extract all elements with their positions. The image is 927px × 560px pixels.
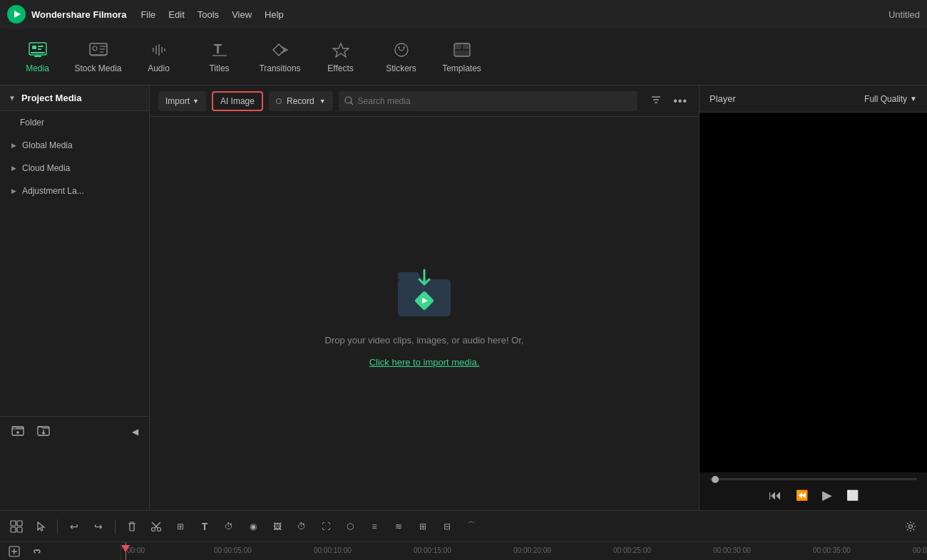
- import-to-folder-button[interactable]: [34, 422, 53, 440]
- sidebar-item-global-media[interactable]: ▶ Global Media: [0, 134, 149, 157]
- svg-rect-5: [38, 48, 41, 50]
- timeline-select-button[interactable]: [30, 516, 51, 537]
- timeline-undo-button[interactable]: ↩: [63, 516, 85, 537]
- timeline-cut-button[interactable]: [145, 516, 167, 537]
- scrubber-bar[interactable]: [710, 478, 917, 480]
- sidebar-item-adjustment-layer[interactable]: ▶ Adjustment La...: [0, 180, 149, 202]
- timeline-delete-button[interactable]: [121, 516, 143, 537]
- timeline-split-button[interactable]: ⊟: [436, 516, 458, 537]
- sidebar-item-cloud-media[interactable]: ▶ Cloud Media: [0, 157, 149, 180]
- import-button[interactable]: Import ▼: [158, 91, 206, 111]
- svg-rect-17: [454, 43, 461, 49]
- record-button[interactable]: Record ▼: [269, 91, 333, 111]
- toolbar-effects[interactable]: Effects: [310, 31, 371, 83]
- timeline-timer-button[interactable]: ⏱: [291, 516, 312, 537]
- menu-view[interactable]: View: [232, 9, 252, 20]
- timeline-position-button[interactable]: ⊞: [412, 516, 434, 537]
- stock-media-icon: [88, 40, 108, 60]
- player-panel: Player Full Quality ▼ ⏮ ⏪ ▶ ⬜: [699, 85, 927, 510]
- toolbar-transitions[interactable]: Transitions: [250, 31, 310, 83]
- svg-point-15: [403, 46, 404, 48]
- drop-zone: Drop your video clips, images, or audio …: [150, 117, 699, 510]
- import-folder-illustration: [392, 259, 456, 323]
- player-scrubber[interactable]: [700, 472, 927, 483]
- timeline-mask-button[interactable]: ⬡: [339, 516, 361, 537]
- add-folder-button[interactable]: [9, 422, 27, 440]
- filter-button[interactable]: [647, 93, 665, 109]
- svg-point-9: [93, 46, 97, 51]
- arrow-icon: ▶: [11, 187, 16, 195]
- play-button[interactable]: ▶: [822, 487, 832, 503]
- player-header: Player Full Quality ▼: [700, 85, 927, 113]
- main-layout: ▼ Project Media Folder ▶ Global Media ▶ …: [0, 85, 927, 510]
- quality-dropdown-arrow: ▼: [910, 95, 917, 103]
- scrubber-thumb: [712, 476, 719, 483]
- link-tracks-button[interactable]: [29, 544, 46, 560]
- step-back-button[interactable]: ⏮: [769, 488, 782, 503]
- window-title: Untitled: [888, 9, 920, 20]
- toolbar-media[interactable]: Media: [7, 31, 68, 83]
- arrow-icon: ▶: [11, 142, 16, 149]
- timeline: ↩ ↪ ⊞ T ⏱ ◉ 🖼 ⏱ ⛶ ⬡ ≡ ≋ ⊞ ⊟ ⌒: [0, 510, 927, 560]
- toolbar-audio[interactable]: Audio: [128, 31, 189, 83]
- svg-marker-12: [333, 43, 349, 57]
- audio-icon: [149, 40, 169, 60]
- timeline-expand-button[interactable]: ⛶: [315, 516, 337, 537]
- svg-point-36: [152, 527, 155, 531]
- timeline-keyframe-button[interactable]: ⏱: [218, 516, 240, 537]
- timeline-redo-button[interactable]: ↪: [88, 516, 109, 537]
- stickers-icon: [391, 40, 411, 60]
- toolbar-stickers[interactable]: Stickers: [371, 31, 431, 83]
- player-quality-selector[interactable]: Full Quality ▼: [864, 94, 917, 104]
- timeline-ruler-left: [0, 544, 121, 560]
- toolbar-templates[interactable]: Templates: [431, 31, 492, 83]
- svg-rect-7: [34, 56, 41, 57]
- svg-point-14: [398, 46, 399, 48]
- main-toolbar: Media Stock Media Audio: [0, 28, 927, 85]
- media-icon: [28, 40, 48, 60]
- fullscreen-button[interactable]: ⬜: [846, 489, 859, 501]
- timeline-ruler: 00:00 00:00:05:00 00:00:10:00 00:00:15:0…: [0, 542, 927, 560]
- ruler-mark-4: 00:00:20:00: [513, 546, 551, 554]
- svg-line-39: [152, 522, 158, 528]
- timeline-audio-eq-button[interactable]: ≋: [388, 516, 409, 537]
- ai-image-button[interactable]: AI Image: [212, 91, 263, 111]
- timeline-eq-button[interactable]: ≡: [364, 516, 385, 537]
- import-dropdown-arrow: ▼: [193, 98, 199, 105]
- import-link[interactable]: Click here to import media.: [369, 357, 480, 368]
- toolbar-stickers-label: Stickers: [386, 63, 416, 73]
- ruler-mark-8: 00:00:40:00: [913, 546, 927, 554]
- effects-icon: [331, 40, 351, 60]
- toolbar-titles[interactable]: T Titles: [189, 31, 250, 83]
- menu-file[interactable]: File: [140, 9, 155, 20]
- ruler-mark-2: 00:00:10:00: [314, 546, 352, 554]
- sidebar-item-folder[interactable]: Folder: [0, 111, 149, 134]
- menu-tools[interactable]: Tools: [198, 9, 219, 20]
- add-track-button[interactable]: [6, 544, 23, 560]
- timeline-text-button[interactable]: T: [194, 516, 215, 537]
- toolbar-audio-label: Audio: [148, 63, 170, 73]
- player-title: Player: [710, 93, 736, 104]
- menu-edit[interactable]: Edit: [168, 9, 184, 20]
- sidebar-collapse-arrow[interactable]: ▼: [9, 94, 16, 102]
- sidebar-bottom-bar: ◀: [0, 416, 150, 446]
- search-icon: [344, 96, 354, 105]
- more-options-button[interactable]: •••: [670, 93, 690, 109]
- frame-back-button[interactable]: ⏪: [796, 489, 808, 501]
- timeline-settings-button[interactable]: [900, 516, 921, 537]
- toolbar-stock-media[interactable]: Stock Media: [68, 31, 128, 83]
- collapse-sidebar-button[interactable]: ◀: [129, 425, 141, 438]
- svg-rect-34: [11, 527, 16, 532]
- search-input[interactable]: [358, 96, 632, 106]
- menu-items: File Edit Tools View Help: [140, 9, 283, 20]
- app-name: Wondershare Filmora: [31, 9, 126, 20]
- timeline-crop-button[interactable]: ⊞: [170, 516, 191, 537]
- arrow-icon: ▶: [11, 165, 16, 172]
- timeline-grid-view-button[interactable]: [6, 516, 27, 537]
- timeline-image-button[interactable]: 🖼: [267, 516, 288, 537]
- timeline-color-button[interactable]: ◉: [242, 516, 264, 537]
- ruler-track: 00:00 00:00:05:00 00:00:10:00 00:00:15:0…: [121, 542, 927, 560]
- timeline-audio-cut-button[interactable]: ⌒: [461, 516, 482, 537]
- menu-help[interactable]: Help: [265, 9, 284, 20]
- timeline-toolbar: ↩ ↪ ⊞ T ⏱ ◉ 🖼 ⏱ ⛶ ⬡ ≡ ≋ ⊞ ⊟ ⌒: [0, 511, 927, 542]
